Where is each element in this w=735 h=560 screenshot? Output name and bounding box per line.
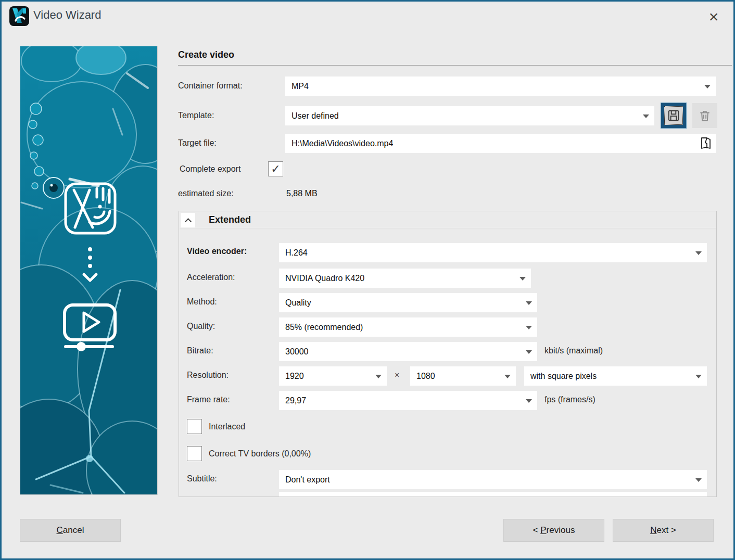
previous-button[interactable]: < Previous bbox=[503, 519, 604, 542]
cancel-button[interactable]: Cancel bbox=[20, 519, 121, 542]
next-button[interactable]: Next > bbox=[613, 519, 714, 542]
section-divider bbox=[178, 65, 732, 66]
dropdown-arrow-icon bbox=[526, 350, 532, 354]
interlaced-label: Interlaced bbox=[209, 421, 245, 432]
video-encoder-label: Video encoder: bbox=[187, 246, 247, 257]
frame-rate-unit-label: fps (frames/s) bbox=[544, 394, 595, 405]
acceleration-dropdown[interactable]: NVIDIA Quadro K420 bbox=[279, 269, 531, 288]
browse-file-button[interactable] bbox=[699, 136, 713, 150]
extended-heading: Extended bbox=[209, 214, 251, 225]
extended-divider bbox=[180, 228, 716, 229]
resolution-separator: × bbox=[395, 370, 399, 381]
extended-section: Extended Video encoder: H.264 Accelerati… bbox=[179, 211, 717, 497]
container-format-dropdown[interactable]: MP4 bbox=[285, 77, 716, 96]
method-dropdown[interactable]: Quality bbox=[279, 293, 537, 312]
floppy-disk-icon bbox=[667, 109, 680, 122]
dropdown-arrow-icon bbox=[695, 375, 702, 378]
tv-borders-checkbox[interactable] bbox=[187, 446, 202, 461]
pixel-aspect-dropdown[interactable]: with square pixels bbox=[524, 366, 707, 386]
estimated-size-value: 5,88 MB bbox=[286, 188, 318, 199]
target-file-input[interactable]: H:\Media\Videos\video.mp4 bbox=[285, 134, 716, 153]
video-encoder-dropdown[interactable]: H.264 bbox=[279, 243, 707, 262]
dropdown-arrow-icon bbox=[695, 251, 702, 255]
estimated-size-label: estimated size: bbox=[178, 188, 234, 199]
frame-rate-dropdown[interactable]: 29,97 bbox=[279, 391, 537, 410]
dropdown-arrow-icon bbox=[695, 478, 702, 482]
container-format-label: Container format: bbox=[178, 80, 243, 92]
dropdown-arrow-icon bbox=[519, 277, 526, 281]
resolution-height-dropdown[interactable]: 1080 bbox=[410, 366, 516, 386]
subtitle-dropdown[interactable]: Don't export bbox=[279, 470, 707, 489]
save-template-button[interactable] bbox=[661, 103, 687, 129]
dropdown-arrow-icon bbox=[526, 399, 532, 403]
bitrate-unit-label: kbit/s (maximal) bbox=[544, 345, 603, 357]
collapse-extended-button[interactable] bbox=[181, 213, 195, 227]
acceleration-label: Acceleration: bbox=[187, 272, 235, 283]
trash-icon bbox=[698, 109, 712, 122]
template-dropdown[interactable]: User defined bbox=[285, 106, 654, 125]
dropdown-arrow-icon bbox=[643, 114, 649, 118]
complete-export-label: Complete export bbox=[180, 163, 240, 175]
video-wizard-dialog: Video Wizard × bbox=[0, 0, 735, 560]
method-label: Method: bbox=[187, 296, 217, 308]
bitrate-dropdown[interactable]: 30000 bbox=[279, 342, 537, 361]
dropdown-arrow-icon bbox=[526, 301, 532, 305]
quality-label: Quality: bbox=[187, 321, 215, 332]
subtitle-label: Subtitle: bbox=[187, 473, 217, 485]
chevron-up-icon bbox=[185, 218, 192, 225]
clipped-next-control bbox=[279, 492, 707, 497]
resolution-label: Resolution: bbox=[187, 370, 229, 381]
dropdown-arrow-icon bbox=[704, 85, 711, 88]
interlaced-checkbox[interactable] bbox=[187, 419, 202, 434]
preview-image bbox=[20, 46, 158, 495]
complete-export-checkbox[interactable]: ✓ bbox=[268, 161, 283, 176]
check-icon: ✓ bbox=[271, 163, 280, 175]
frame-rate-label: Frame rate: bbox=[187, 394, 230, 405]
create-video-heading: Create video bbox=[178, 49, 234, 60]
quality-dropdown[interactable]: 85% (recommended) bbox=[279, 317, 537, 337]
close-icon[interactable]: × bbox=[701, 4, 727, 29]
app-logo-icon bbox=[9, 6, 29, 26]
bitrate-label: Bitrate: bbox=[187, 345, 213, 357]
folder-icon bbox=[700, 136, 712, 150]
dropdown-arrow-icon bbox=[375, 375, 382, 378]
window-title: Video Wizard bbox=[33, 8, 101, 22]
tv-borders-label: Correct TV borders (0,00%) bbox=[209, 448, 311, 460]
dropdown-arrow-icon bbox=[526, 326, 532, 329]
dropdown-arrow-icon bbox=[504, 375, 511, 378]
titlebar: Video Wizard × bbox=[0, 0, 735, 32]
delete-template-button[interactable] bbox=[692, 103, 717, 128]
target-file-label: Target file: bbox=[178, 137, 217, 149]
template-label: Template: bbox=[178, 110, 214, 121]
resolution-width-dropdown[interactable]: 1920 bbox=[279, 366, 387, 386]
